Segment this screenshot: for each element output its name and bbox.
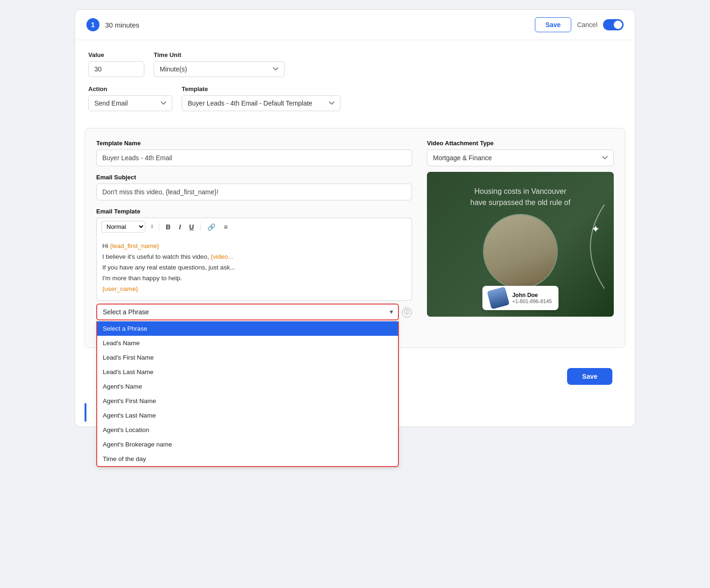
value-input[interactable] (88, 61, 144, 77)
save-bottom-button[interactable]: Save (567, 368, 612, 385)
template-name-group: Template Name (96, 140, 412, 166)
form-section: Value Time Unit Minute(s) Hour(s) Day(s)… (75, 40, 635, 128)
template-toolbar: Normal Heading 1 Heading 2 ⇕ B I U 🔗 ≡ (96, 218, 412, 235)
email-subject-label: Email Subject (96, 174, 412, 181)
body-line-1: Hi {lead_first_name} (102, 241, 406, 252)
save-button[interactable]: Save (535, 17, 572, 32)
phrase-item-9[interactable]: Time of the day (97, 452, 398, 466)
var-video: {video... (211, 253, 233, 260)
step-badge: 1 (86, 18, 99, 31)
template-label: Template (182, 85, 341, 92)
template-group: Template Buyer Leads - 4th Email - Defau… (182, 85, 341, 111)
var-user-name: {user_name} (102, 285, 138, 292)
body-line-5: {user_name} (102, 284, 406, 295)
right-col: Video Attachment Type Mortgage & Finance… (427, 140, 614, 336)
phrase-item-0[interactable]: Select a Phrase (97, 321, 398, 336)
phrase-item-1[interactable]: Lead's Name (97, 336, 398, 350)
left-col: Template Name Email Subject Email Templa… (96, 140, 412, 336)
underline-button[interactable]: U (187, 222, 196, 232)
body-line-4: I'm more than happy to help. (102, 273, 406, 284)
link-button[interactable]: 🔗 (206, 222, 217, 232)
var-lead-name: {lead_first_name} (110, 242, 159, 249)
cancel-button[interactable]: Cancel (577, 21, 597, 28)
phrase-selector-wrapper: Select a Phrase Lead's Name Lead's First… (96, 304, 412, 320)
phrase-select[interactable]: Select a Phrase Lead's Name Lead's First… (96, 304, 399, 320)
phrase-item-8[interactable]: Agent's Brokerage name (97, 437, 398, 452)
phrase-item-4[interactable]: Agent's Name (97, 379, 398, 394)
phrase-item-6[interactable]: Agent's Last Name (97, 408, 398, 423)
toolbar-divider-1 (159, 223, 159, 231)
video-type-group: Video Attachment Type Mortgage & Finance… (427, 140, 614, 166)
email-body[interactable]: Hi {lead_first_name} I believe it's usef… (96, 235, 412, 301)
agent-avatar (487, 287, 510, 310)
email-subject-group: Email Subject (96, 174, 412, 200)
agent-name: John Doe (512, 292, 552, 298)
video-type-label: Video Attachment Type (427, 140, 614, 147)
body-line-3: If you have any real estate questions, j… (102, 262, 406, 273)
list-button[interactable]: ≡ (222, 222, 229, 232)
body-line-2: I believe it's useful to watch this vide… (102, 252, 406, 262)
phrase-item-5[interactable]: Agent's First Name (97, 394, 398, 408)
agent-phone: +1-801-896-8145 (512, 298, 552, 304)
value-group: Value (88, 51, 144, 77)
toolbar-divider-2 (200, 223, 201, 231)
phrase-item-2[interactable]: Lead's First Name (97, 350, 398, 365)
phrase-dropdown: Select a Phrase Lead's Name Lead's First… (96, 321, 399, 467)
inner-row: Template Name Email Subject Email Templa… (96, 140, 614, 336)
blue-indicator (85, 403, 86, 422)
action-label: Action (88, 85, 172, 92)
bold-button[interactable]: B (164, 222, 172, 232)
main-container: 1 30 minutes Save Cancel Value Time Unit… (75, 9, 635, 427)
phrase-item-7[interactable]: Agent's Location (97, 423, 398, 437)
value-time-row: Value Time Unit Minute(s) Hour(s) Day(s)… (88, 51, 622, 77)
time-unit-select[interactable]: Minute(s) Hour(s) Day(s) Week(s) (154, 61, 284, 77)
email-template-label: Email Template (96, 208, 412, 215)
time-unit-label: Time Unit (154, 51, 284, 58)
video-circle (483, 214, 558, 289)
template-name-input[interactable] (96, 149, 412, 166)
top-actions: Save Cancel (535, 17, 624, 32)
template-name-label: Template Name (96, 140, 412, 147)
step-label: 30 minutes (105, 21, 529, 29)
email-template-group: Email Template Normal Heading 1 Heading … (96, 208, 412, 336)
italic-button[interactable]: I (177, 222, 183, 232)
agent-card: John Doe +1-801-896-8145 (483, 286, 559, 310)
phrase-item-3[interactable]: Lead's Last Name (97, 365, 398, 379)
action-select[interactable]: Send Email Send SMS Send Voicemail (88, 95, 172, 111)
text-style-select[interactable]: Normal Heading 1 Heading 2 (101, 221, 145, 233)
agent-avatar-inner (487, 287, 510, 310)
top-toggle[interactable] (603, 19, 624, 30)
action-template-row: Action Send Email Send SMS Send Voicemai… (88, 85, 622, 111)
phrase-info-icon: ⓘ (402, 307, 412, 318)
template-select[interactable]: Buyer Leads - 4th Email - Default Templa… (182, 95, 341, 111)
video-circle-inner (484, 215, 557, 288)
time-unit-group: Time Unit Minute(s) Hour(s) Day(s) Week(… (154, 51, 284, 77)
top-bar: 1 30 minutes Save Cancel (75, 10, 635, 40)
video-preview: Housing costs in Vancouverhave surpassed… (427, 172, 614, 317)
arc-decoration (567, 200, 614, 293)
toolbar-arrows: ⇕ (150, 224, 154, 230)
inner-card: Template Name Email Subject Email Templa… (85, 128, 625, 348)
email-subject-input[interactable] (96, 184, 412, 200)
video-type-select[interactable]: Mortgage & Finance Real Estate Home Buyi… (427, 149, 614, 166)
action-group: Action Send Email Send SMS Send Voicemai… (88, 85, 172, 111)
agent-info: John Doe +1-801-896-8145 (512, 292, 552, 304)
phrase-select-outer: Select a Phrase Lead's Name Lead's First… (96, 304, 399, 320)
value-label: Value (88, 51, 144, 58)
